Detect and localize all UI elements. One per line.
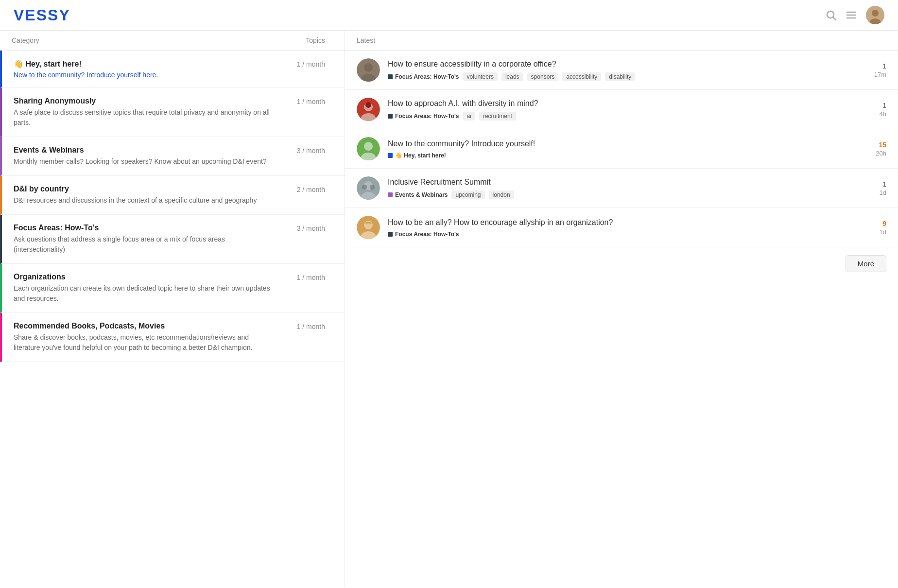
topic-tag[interactable]: sponsors	[527, 72, 559, 81]
header-icons	[825, 6, 884, 24]
search-icon[interactable]	[825, 9, 837, 21]
left-panel: Category Topics 👋 Hey, start here!New to…	[0, 31, 345, 587]
topic-row-topic-5[interactable]: How to be an ally? How to encourage ally…	[345, 208, 898, 247]
category-list: 👋 Hey, start here!New to the community? …	[0, 51, 345, 362]
topic-tag[interactable]: london	[489, 190, 514, 199]
topic-body: New to the community? Introduce yourself…	[388, 138, 855, 159]
category-desc: A safe place to discuss sensitive topics…	[14, 107, 275, 128]
menu-icon[interactable]	[846, 9, 857, 21]
topic-time: 17m	[874, 71, 886, 78]
topic-title: How to ensure accessibility in a corpora…	[388, 59, 855, 69]
topic-body: How to be an ally? How to encourage ally…	[388, 217, 855, 238]
topic-stats: 1 17m	[863, 62, 886, 78]
topics-col-header: Topics	[275, 36, 333, 44]
topic-title: How to be an ally? How to encourage ally…	[388, 217, 855, 228]
user-avatar[interactable]	[866, 6, 884, 24]
svg-point-14	[365, 102, 371, 108]
topic-tag[interactable]: upcoming	[451, 190, 484, 199]
topic-meta: Events & Webinars upcominglondon	[388, 190, 855, 199]
topic-category-badge[interactable]: Focus Areas: How-To's	[388, 113, 459, 120]
topic-avatar	[357, 176, 380, 200]
category-topics: 1 / month	[275, 97, 333, 105]
topic-time: 1d	[880, 189, 886, 196]
category-content: Sharing AnonymouslyA safe place to discu…	[14, 97, 275, 128]
category-title: Recommended Books, Podcasts, Movies	[14, 322, 275, 330]
category-topics: 3 / month	[275, 146, 333, 155]
category-topics: 1 / month	[275, 273, 333, 281]
topic-stats: 9 1d	[863, 220, 886, 236]
topic-replies: 1	[882, 62, 886, 70]
topic-avatar	[357, 58, 380, 82]
badge-dot	[388, 232, 393, 237]
category-desc: Share & discover books, podcasts, movies…	[14, 332, 275, 353]
main-layout: Category Topics 👋 Hey, start here!New to…	[0, 31, 898, 587]
svg-point-21	[362, 185, 367, 190]
topic-title: Inclusive Recruitment Summit	[388, 177, 855, 188]
topic-meta: Focus Areas: How-To's airecruitment	[388, 112, 855, 121]
topic-row-topic-1[interactable]: How to ensure accessibility in a corpora…	[345, 51, 898, 90]
category-title: D&I by country	[14, 185, 275, 193]
topic-meta: Focus Areas: How-To's	[388, 231, 855, 238]
badge-dot	[388, 74, 393, 79]
category-desc: Each organization can create its own ded…	[14, 283, 275, 304]
category-col-header: Category	[12, 36, 275, 44]
category-topics: 2 / month	[275, 185, 333, 193]
topic-time: 20h	[876, 150, 886, 157]
category-row-recommended-books[interactable]: Recommended Books, Podcasts, MoviesShare…	[0, 313, 345, 362]
topic-category-badge[interactable]: Events & Webinars	[388, 191, 448, 198]
topic-list: How to ensure accessibility in a corpora…	[345, 51, 898, 247]
category-desc: D&I resources and discussions in the con…	[14, 195, 275, 206]
category-row-focus-areas-howtos[interactable]: Focus Areas: How-To'sAsk questions that …	[0, 215, 345, 264]
svg-point-16	[364, 142, 373, 151]
topic-stats: 1 4h	[863, 102, 886, 118]
topic-tag[interactable]: recruitment	[479, 112, 516, 121]
svg-line-1	[833, 17, 836, 20]
category-content: D&I by countryD&I resources and discussi…	[14, 185, 275, 206]
topic-title: New to the community? Introduce yourself…	[388, 138, 855, 149]
category-row-hey-start-here[interactable]: 👋 Hey, start here!New to the community? …	[0, 51, 345, 88]
category-desc: Monthly member calls? Looking for speake…	[14, 156, 275, 167]
more-button[interactable]: More	[846, 255, 886, 272]
category-topics: 1 / month	[275, 59, 333, 68]
topic-row-topic-2[interactable]: How to approach A.I. with diversity in m…	[345, 90, 898, 129]
left-panel-header: Category Topics	[0, 31, 345, 51]
logo: VESSY	[14, 6, 70, 24]
right-panel: Latest How to ensure accessibility in a …	[345, 31, 898, 587]
category-row-di-by-country[interactable]: D&I by countryD&I resources and discussi…	[0, 176, 345, 215]
category-row-sharing-anonymously[interactable]: Sharing AnonymouslyA safe place to discu…	[0, 88, 345, 137]
topic-category-badge[interactable]: 👋 Hey, start here!	[388, 152, 446, 159]
topic-category-badge[interactable]: Focus Areas: How-To's	[388, 231, 459, 238]
topic-replies: 1	[882, 180, 886, 188]
topic-title: How to approach A.I. with diversity in m…	[388, 98, 855, 109]
category-topics: 3 / month	[275, 224, 333, 232]
category-row-organizations[interactable]: OrganizationsEach organization can creat…	[0, 264, 345, 313]
topic-replies: 15	[879, 141, 886, 149]
topic-meta: 👋 Hey, start here!	[388, 152, 855, 159]
badge-dot	[388, 114, 393, 119]
topic-row-topic-3[interactable]: New to the community? Introduce yourself…	[345, 129, 898, 169]
topic-time: 1d	[880, 228, 886, 236]
topic-category-badge[interactable]: Focus Areas: How-To's	[388, 73, 459, 80]
svg-point-6	[872, 10, 879, 17]
topic-tag[interactable]: ai	[463, 112, 475, 121]
topic-tag[interactable]: volunteers	[463, 72, 498, 81]
topic-tag[interactable]: accessibility	[562, 72, 601, 81]
topic-category-label: Focus Areas: How-To's	[395, 113, 459, 120]
category-row-events-webinars[interactable]: Events & WebinarsMonthly member calls? L…	[0, 137, 345, 176]
topic-meta: Focus Areas: How-To's volunteersleadsspo…	[388, 72, 855, 81]
badge-dot	[388, 153, 393, 158]
topic-row-topic-4[interactable]: Inclusive Recruitment Summit Events & We…	[345, 169, 898, 208]
topic-tag[interactable]: disability	[605, 72, 635, 81]
category-link[interactable]: New to the community? Introduce yourself…	[14, 71, 158, 79]
topic-stats: 15 20h	[863, 141, 886, 157]
topic-category-label: 👋 Hey, start here!	[395, 152, 446, 159]
category-desc: Ask questions that address a single focu…	[14, 234, 275, 255]
topic-body: Inclusive Recruitment Summit Events & We…	[388, 177, 855, 199]
topic-stats: 1 1d	[863, 180, 886, 196]
more-btn-container: More	[345, 247, 898, 280]
topic-replies: 9	[882, 220, 886, 227]
category-title: Events & Webinars	[14, 146, 275, 155]
category-topics: 1 / month	[275, 322, 333, 330]
topic-tag[interactable]: leads	[501, 72, 523, 81]
category-content: OrganizationsEach organization can creat…	[14, 273, 275, 304]
